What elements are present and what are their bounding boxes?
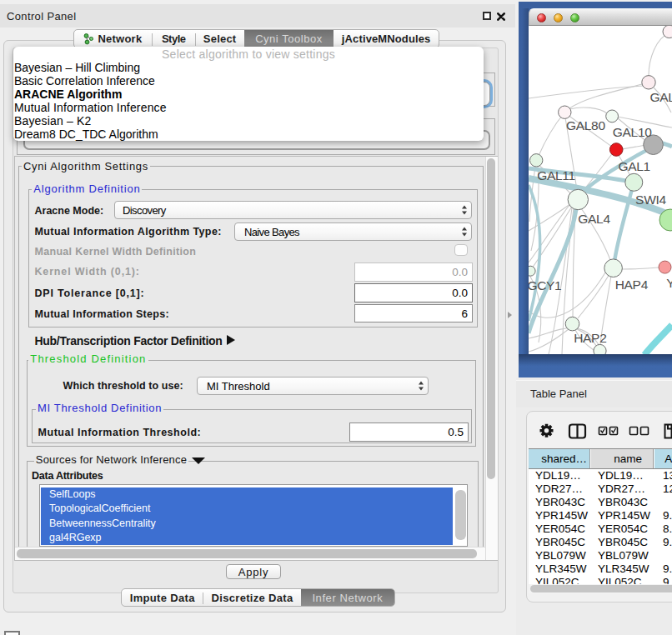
svg-text:GAL7: GAL7 xyxy=(649,90,672,104)
svg-text:GAL80: GAL80 xyxy=(566,118,605,132)
svg-text:SWI4: SWI4 xyxy=(635,192,666,207)
svg-text:GAL10: GAL10 xyxy=(613,125,652,139)
svg-text:GAL4: GAL4 xyxy=(578,212,610,226)
svg-text:HAP4: HAP4 xyxy=(615,278,649,292)
svg-text:Y: Y xyxy=(666,276,672,290)
svg-text:GCY1: GCY1 xyxy=(529,278,561,292)
svg-text:HAP2: HAP2 xyxy=(574,331,606,345)
svg-text:GAL11: GAL11 xyxy=(537,168,575,182)
svg-text:GAL1: GAL1 xyxy=(618,159,649,173)
